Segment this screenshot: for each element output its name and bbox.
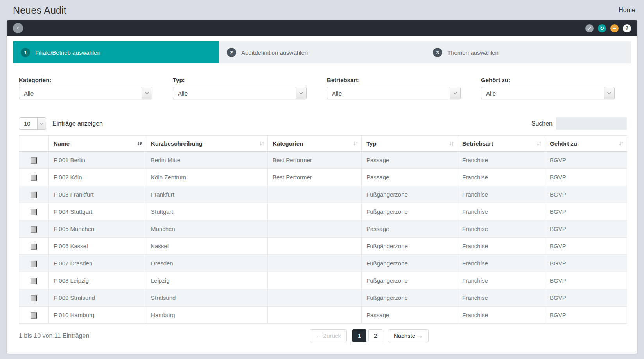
table-cell: F 009 Stralsund: [49, 289, 146, 307]
step-filiale-betrieb[interactable]: 1 Filiale/Betrieb auswählen: [13, 41, 219, 63]
sort-both-icon: [259, 141, 264, 146]
row-checkbox-cell: [19, 220, 49, 238]
column-header-label: Typ: [366, 140, 377, 147]
row-checkbox[interactable]: [31, 278, 37, 284]
table-cell: F 003 Frankfurt: [49, 186, 146, 203]
step-auditdefinition[interactable]: 2 Auditdefinition auswählen: [219, 41, 425, 63]
table-cell: Franchise: [457, 169, 545, 186]
refresh-icon: ↻: [600, 25, 604, 31]
minimize-button[interactable]: [610, 24, 619, 32]
search-input[interactable]: [556, 117, 627, 130]
table-cell: F 001 Berlin: [49, 152, 146, 169]
table-row: F 004 StuttgartStuttgartFußgängerzoneFra…: [19, 203, 627, 220]
typ-select[interactable]: Alle: [173, 87, 307, 99]
page-title: Neues Audit: [13, 5, 66, 16]
row-checkbox-cell: [19, 255, 49, 272]
table-cell: Passage: [362, 152, 457, 169]
table-cell: Best Performer: [268, 152, 362, 169]
table-cell: Fußgängerzone: [362, 289, 457, 307]
search-label: Suchen: [531, 120, 553, 127]
column-header-typ[interactable]: Typ: [362, 136, 457, 152]
select-value: 10: [19, 120, 30, 127]
table-row: F 009 StralsundStralsundFußgängerzoneFra…: [19, 289, 627, 307]
table-controls: 10 Einträge anzeigen Suchen: [19, 117, 627, 130]
step-themen[interactable]: 3 Themen auswählen: [425, 41, 631, 63]
filter-label: Betriebsart:: [327, 77, 461, 83]
length-control: 10 Einträge anzeigen: [19, 117, 103, 130]
row-checkbox[interactable]: [31, 209, 37, 215]
page-length-select[interactable]: 10: [19, 117, 46, 130]
row-checkbox[interactable]: [31, 175, 37, 181]
length-label: Einträge anzeigen: [52, 120, 103, 127]
column-header-label: Kategorien: [273, 140, 303, 147]
sort-both-icon: [449, 141, 454, 146]
column-header-label: Kurzbeschreibung: [151, 140, 203, 147]
toolbar: ‹ ↻ ?: [7, 20, 637, 36]
row-checkbox[interactable]: [31, 312, 37, 319]
refresh-button[interactable]: ↻: [598, 24, 606, 32]
next-page-button[interactable]: Nächste →: [388, 329, 429, 342]
table-cell: München: [146, 220, 268, 238]
column-header-geh-rt-zu[interactable]: Gehört zu: [545, 136, 627, 152]
table-cell: BGVP: [545, 307, 627, 324]
table-cell: Franchise: [457, 186, 545, 203]
table-cell: Stralsund: [146, 289, 268, 307]
column-header-label: Gehört zu: [550, 140, 577, 147]
table-cell: Kassel: [146, 238, 268, 255]
table-cell: F 008 Leipzig: [49, 272, 146, 289]
row-checkbox[interactable]: [31, 295, 37, 301]
filter-kategorien: Kategorien: Alle: [19, 77, 152, 99]
gehoert-zu-select[interactable]: Alle: [481, 87, 615, 99]
prev-page-button[interactable]: ← Zurück: [310, 329, 347, 342]
filter-betriebsart: Betriebsart: Alle: [327, 77, 461, 99]
column-header-betriebsart[interactable]: Betriebsart: [457, 136, 545, 152]
chevron-down-icon: [37, 118, 46, 129]
table-cell: BGVP: [545, 272, 627, 289]
table-cell: BGVP: [545, 203, 627, 220]
sort-asc-icon: [137, 141, 143, 146]
wizard-steps: 1 Filiale/Betrieb auswählen 2 Auditdefin…: [13, 41, 631, 63]
step-number-badge: 1: [21, 48, 30, 57]
filter-row: Kategorien: Alle Typ: Alle Betriebsart: …: [19, 77, 627, 99]
filter-typ: Typ: Alle: [173, 77, 307, 99]
row-checkbox-cell: [19, 152, 49, 169]
row-checkbox[interactable]: [31, 157, 37, 164]
betriebsart-select[interactable]: Alle: [327, 87, 461, 99]
chevron-down-icon: [604, 87, 614, 99]
link-button[interactable]: [585, 24, 594, 32]
row-checkbox-cell: [19, 238, 49, 255]
step-label: Auditdefinition auswählen: [241, 49, 308, 56]
table-cell: [268, 220, 362, 238]
column-header-checkbox: [19, 136, 49, 152]
page-button-1[interactable]: 1: [352, 329, 366, 342]
row-checkbox[interactable]: [31, 244, 37, 250]
row-checkbox-cell: [19, 307, 49, 324]
home-link[interactable]: Home: [619, 7, 635, 14]
table-cell: BGVP: [545, 169, 627, 186]
page-button-2[interactable]: 2: [368, 329, 382, 342]
row-checkbox[interactable]: [31, 192, 37, 198]
toolbar-actions: ↻ ?: [581, 24, 631, 32]
select-value: Alle: [481, 90, 496, 97]
table-row: F 006 KasselKasselFußgängerzoneFranchise…: [19, 238, 627, 255]
filter-label: Kategorien:: [19, 77, 152, 83]
table-cell: Frankfurt: [146, 186, 268, 203]
table-cell: Leipzig: [146, 272, 268, 289]
back-button[interactable]: ‹: [13, 23, 23, 33]
stores-table: NameKurzbeschreibungKategorienTypBetrieb…: [19, 135, 627, 324]
question-icon: ?: [626, 25, 628, 31]
row-checkbox[interactable]: [31, 226, 37, 233]
table-cell: Best Performer: [268, 169, 362, 186]
table-row: F 010 HamburgHamburgPassageFranchiseBGVP: [19, 307, 627, 324]
table-row: F 005 MünchenMünchenPassageFranchiseBGVP: [19, 220, 627, 238]
column-header-kategorien[interactable]: Kategorien: [268, 136, 362, 152]
help-button[interactable]: ?: [623, 24, 631, 32]
step-label: Themen auswählen: [447, 49, 499, 56]
column-header-kurzbeschreibung[interactable]: Kurzbeschreibung: [146, 136, 268, 152]
row-checkbox[interactable]: [31, 261, 37, 267]
table-cell: Fußgängerzone: [362, 272, 457, 289]
table-cell: [268, 203, 362, 220]
main-panel: ‹ ↻ ? 1 Filiale/Betrieb au: [7, 20, 637, 354]
column-header-name[interactable]: Name: [49, 136, 146, 152]
kategorien-select[interactable]: Alle: [19, 87, 152, 99]
